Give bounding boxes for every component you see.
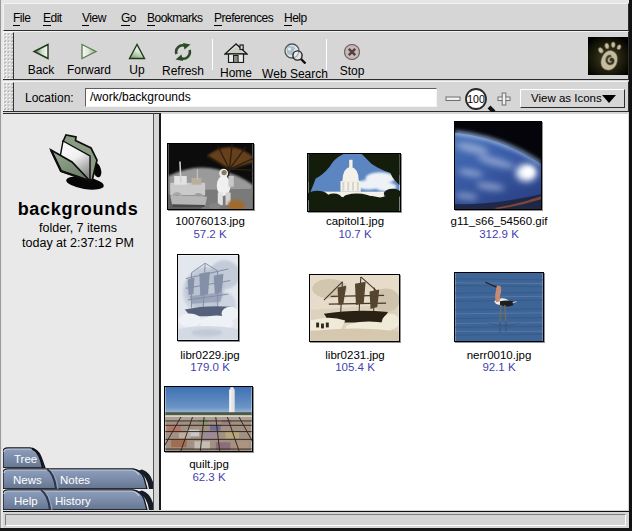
svg-text:Tree: Tree (14, 453, 37, 465)
svg-text:News: News (13, 474, 42, 486)
svg-text:100: 100 (467, 93, 485, 105)
svg-text:Notes: Notes (60, 474, 90, 486)
svg-text:History: History (55, 495, 91, 507)
svg-text:Help: Help (14, 495, 38, 507)
